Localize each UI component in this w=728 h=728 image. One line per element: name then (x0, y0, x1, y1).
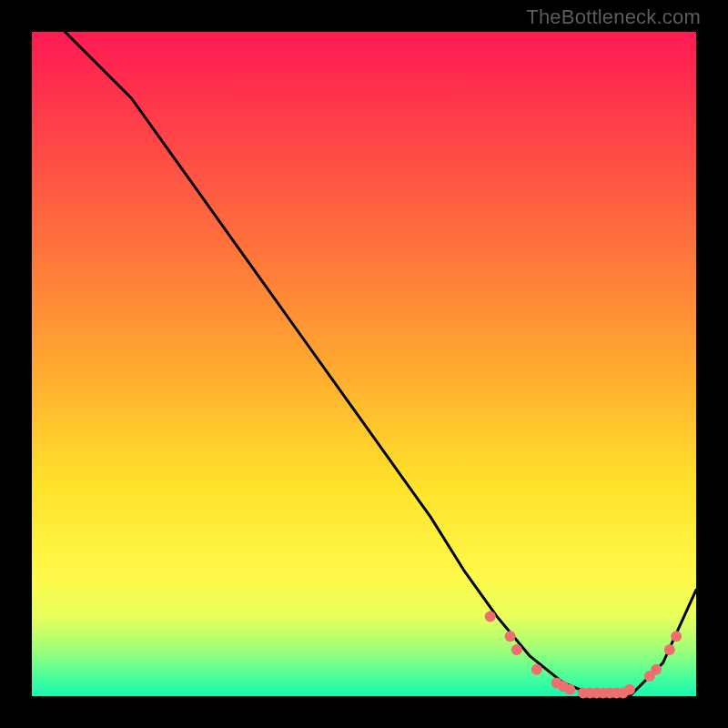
marker-dot (671, 631, 682, 642)
marker-group (485, 611, 682, 698)
marker-dot (485, 611, 496, 622)
marker-dot (624, 684, 635, 695)
marker-dot (531, 664, 542, 675)
marker-dot (505, 631, 516, 642)
watermark-text: TheBottleneck.com (526, 5, 701, 29)
marker-dot (564, 684, 575, 695)
chart-svg (32, 32, 696, 696)
curve-line (66, 32, 697, 696)
chart-frame: TheBottleneck.com (0, 0, 728, 728)
marker-dot (664, 644, 675, 655)
marker-dot (511, 644, 522, 655)
plot-area (32, 32, 696, 696)
marker-dot (651, 664, 662, 675)
